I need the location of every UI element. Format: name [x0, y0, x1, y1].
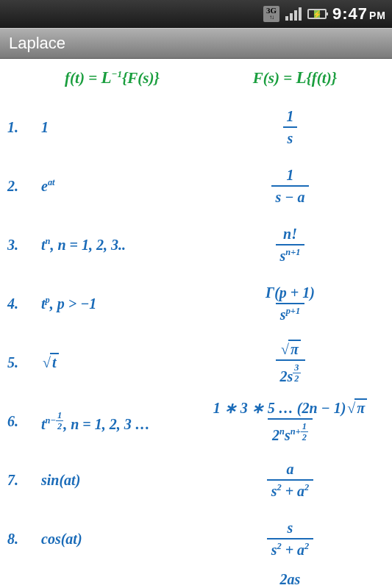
table-row: 6.tn−12, n = 1, 2, 3 …1 ∗ 3 ∗ 5 … (2n − …	[6, 395, 386, 448]
title-bar: Laplace	[0, 28, 392, 59]
header-fs: F(s) = L{f(t)}	[204, 68, 386, 87]
ft-formula: cos(at)	[32, 531, 194, 548]
table-row: 2.eat1s − a	[6, 159, 386, 212]
fs-formula: 1 ∗ 3 ∗ 5 … (2n − 1)π2nsn+12	[194, 399, 386, 444]
ft-formula: sin(at)	[32, 472, 194, 489]
network-3g-icon: 3G ↑↓	[263, 6, 279, 22]
status-bar: 3G ↑↓ ⚡ 9:47PM	[0, 0, 392, 28]
table-header: f(t) = L−1{F(s)} F(s) = L{f(t)}	[6, 68, 386, 87]
fs-formula: n!sn+1	[194, 225, 386, 265]
clock-time: 9:47	[332, 4, 368, 23]
content-area[interactable]: f(t) = L−1{F(s)} F(s) = L{f(t)} 1.11s2.e…	[0, 59, 392, 588]
table-row: 8.cos(at)ss2 + a2	[6, 512, 386, 565]
row-number: 4.	[6, 295, 32, 312]
row-number: 7.	[6, 472, 32, 489]
ft-formula: tn−12, n = 1, 2, 3 …	[32, 410, 194, 433]
fs-formula: π2s32	[194, 340, 386, 385]
ft-formula: t	[32, 354, 194, 371]
battery-icon: ⚡	[307, 9, 327, 19]
fs-formula: Γ(p + 1)sp+1	[194, 284, 386, 323]
table-row: 7.sin(at)as2 + a2	[6, 453, 386, 506]
row-number: 6.	[6, 413, 32, 430]
table-row: 5.tπ2s32	[6, 336, 386, 389]
fs-formula: ss2 + a2	[194, 519, 386, 559]
row-number: 2.	[6, 178, 32, 195]
table-row: 4.tp, p > −1Γ(p + 1)sp+1	[6, 277, 386, 330]
row-number: 5.	[6, 354, 32, 371]
row-number: 3.	[6, 237, 32, 254]
partial-formula: 2as	[280, 571, 301, 588]
row-number: 1.	[6, 119, 32, 136]
table-row: 1.11s	[6, 101, 386, 154]
row-number: 8.	[6, 531, 32, 548]
fs-formula: as2 + a2	[194, 460, 386, 500]
page-title: Laplace	[9, 34, 65, 53]
signal-icon	[285, 7, 302, 21]
clock-ampm: PM	[369, 10, 386, 21]
fs-formula: 1s	[194, 107, 386, 147]
laplace-table: 1.11s2.eat1s − a3.tn, n = 1, 2, 3..n!sn+…	[6, 101, 386, 565]
table-row: 3.tn, n = 1, 2, 3..n!sn+1	[6, 218, 386, 271]
ft-formula: eat	[32, 178, 194, 195]
network-badge-text: 3G	[266, 7, 277, 14]
charging-bolt-icon: ⚡	[313, 10, 321, 18]
status-clock: 9:47PM	[332, 4, 386, 24]
network-arrows-icon: ↑↓	[269, 14, 274, 21]
partial-row: 2as	[6, 571, 386, 588]
fs-formula: 1s − a	[194, 166, 386, 206]
ft-formula: tp, p > −1	[32, 295, 194, 312]
header-ft: f(t) = L−1{F(s)}	[6, 68, 204, 87]
ft-formula: 1	[32, 119, 194, 136]
ft-formula: tn, n = 1, 2, 3..	[32, 237, 194, 254]
